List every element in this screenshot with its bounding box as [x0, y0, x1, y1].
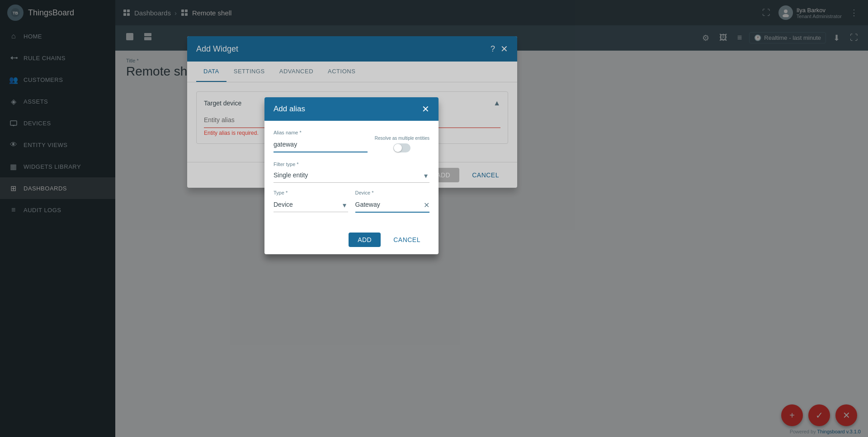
device-input[interactable] [355, 197, 430, 213]
device-label: Device * [355, 190, 430, 195]
alias-name-input[interactable] [274, 137, 368, 152]
type-select[interactable]: Device Asset Customer Tenant [274, 197, 348, 212]
toggle-knob [394, 144, 402, 152]
alias-name-label: Alias name * [274, 130, 368, 135]
type-device-row: Type * Device Asset Customer Tenant ▾ De… [274, 190, 429, 213]
add-alias-dialog-header: Add alias ✕ [264, 97, 439, 121]
resolve-multiple-toggle[interactable] [393, 143, 410, 152]
filter-type-select[interactable]: Single entity Entity list Entity type En… [274, 168, 429, 183]
add-alias-close-button[interactable]: ✕ [422, 104, 429, 114]
device-input-wrapper: ✕ [355, 197, 430, 213]
alias-dialog-body: Alias name * Resolve as multiple entitie… [264, 121, 439, 229]
device-clear-icon[interactable]: ✕ [424, 201, 429, 209]
type-label: Type * [274, 190, 348, 195]
add-alias-add-button[interactable]: ADD [349, 233, 381, 247]
type-select-wrapper: Device Asset Customer Tenant ▾ [274, 197, 348, 212]
device-group: Device * ✕ [355, 190, 430, 213]
alias-dialog-footer: ADD CANCEL [264, 229, 439, 254]
add-alias-dialog: Add alias ✕ Alias name * Resolve as mult… [264, 97, 439, 254]
add-alias-dialog-title: Add alias [274, 104, 305, 114]
add-alias-cancel-button[interactable]: CANCEL [384, 233, 429, 247]
filter-type-select-wrapper: Single entity Entity list Entity type En… [274, 168, 429, 183]
filter-type-row: Filter type * Single entity Entity list … [274, 160, 429, 183]
filter-type-label: Filter type * [274, 162, 299, 167]
type-group: Type * Device Asset Customer Tenant ▾ [274, 190, 348, 213]
resolve-multiple-label: Resolve as multiple entities [375, 136, 429, 141]
